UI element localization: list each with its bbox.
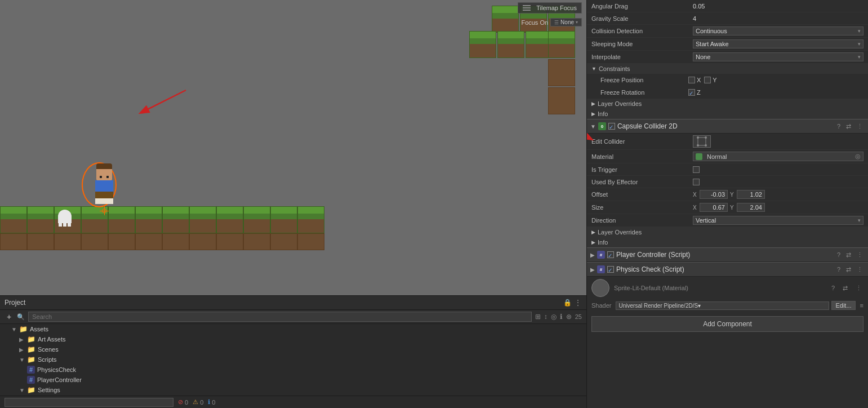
ghost-character — [56, 210, 73, 227]
shader-list-icon[interactable]: ≡ — [860, 302, 863, 309]
freeze-z-item: ✓ Z — [688, 89, 701, 96]
player-controller-header: ▶ # ✓ Player Controller (Script) ? ⇄ ⋮ — [587, 247, 868, 262]
svg-rect-4 — [698, 138, 706, 145]
offset-x-input[interactable] — [700, 190, 728, 199]
freeze-y-item: Y — [704, 77, 716, 83]
pc-question[interactable]: ? — [835, 251, 842, 259]
freeze-y-label: Y — [713, 77, 716, 83]
size-y-axis: Y — [730, 205, 736, 211]
capsule-more[interactable]: ⋮ — [855, 122, 865, 131]
shader-dropdown[interactable]: Universal Render Pipeline/2D/S▾ — [616, 301, 829, 310]
collision-detection-dropdown[interactable]: Continuous ▾ — [693, 26, 863, 36]
freeze-y-checkbox[interactable] — [704, 77, 711, 83]
material-dropdown[interactable]: Normal ◎ — [693, 152, 863, 161]
scripts-folder[interactable]: ▼ 📁 Scripts — [0, 354, 586, 365]
material-circle-btn[interactable]: ◎ — [855, 153, 861, 160]
capsule-question[interactable]: ? — [835, 122, 842, 130]
sprite-material-row: Sprite-Lit-Default (Material) ? ⇄ ⋮ — [587, 277, 868, 299]
interpolate-value: None — [696, 54, 710, 60]
info-section[interactable]: ▶ Info — [587, 109, 868, 119]
add-button[interactable]: + — [5, 312, 14, 321]
offset-x-group: X — [693, 190, 728, 199]
size-y-group: Y — [730, 203, 765, 212]
add-component-button[interactable]: Add Component — [591, 316, 863, 332]
capsule-buttons: ? ⇄ ⋮ — [835, 122, 865, 131]
physics-check-icon: # — [597, 265, 605, 273]
is-trigger-row: Is Trigger — [587, 163, 868, 176]
is-trigger-checkbox[interactable] — [693, 166, 700, 173]
assets-folder[interactable]: ▼ 📁 Assets — [0, 324, 586, 334]
direction-dropdown[interactable]: Vertical ▾ — [693, 216, 863, 225]
size-y-input[interactable] — [737, 203, 765, 212]
freeze-z-checkbox[interactable]: ✓ — [688, 89, 695, 96]
tilemap-focus-title: Tilemap Focus — [536, 5, 577, 11]
physics-check-script[interactable]: # PhysicsCheck — [0, 365, 586, 375]
warning-status: ⚠ 0 — [193, 398, 203, 406]
expand-icon[interactable]: ⊛ — [566, 313, 572, 321]
shader-edit-button[interactable]: Edit... — [831, 301, 855, 310]
info2-section[interactable]: ▶ Info — [587, 237, 868, 247]
project-search-input[interactable] — [28, 312, 532, 322]
info-status: ℹ 0 — [208, 398, 215, 406]
collision-detection-value: Continuous — [696, 28, 727, 34]
size-x-input[interactable] — [700, 203, 728, 212]
phc-settings[interactable]: ⇄ — [844, 265, 853, 274]
collision-detection-row: Collision Detection Continuous ▾ — [587, 25, 868, 38]
direction-label: Direction — [591, 217, 693, 224]
freeze-x-checkbox[interactable] — [688, 77, 695, 83]
pc-settings[interactable]: ⇄ — [844, 251, 853, 259]
scenes-folder[interactable]: ▶ 📁 Scenes — [0, 344, 586, 354]
info-arrow: ▶ — [591, 111, 595, 117]
capsule-settings[interactable]: ⇄ — [844, 122, 853, 131]
used-by-effector-checkbox[interactable] — [693, 179, 700, 185]
interpolate-dropdown[interactable]: None ▾ — [693, 52, 863, 61]
svg-point-7 — [697, 144, 699, 147]
freeze-position-checkboxes: X Y — [688, 77, 717, 83]
offset-x-axis: X — [693, 192, 698, 198]
material-row: Material Normal ◎ — [587, 150, 868, 163]
interpolate-row: Interpolate None ▾ — [587, 51, 868, 64]
player-controller-script[interactable]: # PlayerController — [0, 375, 586, 385]
more-options-icon[interactable]: ⋮ — [574, 298, 582, 307]
phc-more[interactable]: ⋮ — [855, 265, 865, 274]
offset-row: Offset X Y — [587, 188, 868, 201]
sprite-question[interactable]: ? — [830, 284, 836, 292]
edit-collider-button[interactable] — [693, 135, 711, 148]
physics-check-header: ▶ # ✓ Physics Check (Script) ? ⇄ ⋮ — [587, 262, 868, 277]
material-type-icon — [696, 153, 702, 160]
console-search[interactable] — [5, 398, 173, 407]
info-icon[interactable]: ℹ — [560, 313, 563, 321]
is-trigger-label: Is Trigger — [591, 166, 693, 173]
sleeping-mode-label: Sleeping Mode — [591, 41, 693, 47]
offset-y-input[interactable] — [737, 190, 765, 199]
settings-folder[interactable]: ▼ 📁 Settings — [0, 385, 586, 395]
phc-question[interactable]: ? — [835, 265, 842, 273]
size-x-group: X — [693, 203, 728, 212]
focus-on-value: None — [560, 19, 574, 25]
svg-line-3 — [586, 122, 591, 139]
physics-check-checkbox[interactable]: ✓ — [607, 266, 614, 273]
layer-overrides-section[interactable]: ▶ Layer Overrides — [587, 99, 868, 109]
sleeping-mode-dropdown[interactable]: Start Awake ▾ — [693, 39, 863, 48]
refresh-icon[interactable]: ◎ — [551, 313, 557, 321]
tilemap-focus-bar: Tilemap Focus — [518, 2, 582, 14]
layer-overrides2-section[interactable]: ▶ Layer Overrides — [587, 227, 868, 237]
constraints-label: Constraints — [599, 65, 630, 72]
pc-more[interactable]: ⋮ — [855, 251, 865, 259]
art-assets-folder[interactable]: ▶ 📁 Art Assets — [0, 334, 586, 344]
filter-icon[interactable]: ⊞ — [535, 313, 541, 321]
capsule-icon: 0 — [598, 122, 606, 130]
sprite-settings[interactable]: ⇄ — [841, 284, 849, 292]
capsule-collider-header: ▼ 0 ✓ Capsule Collider 2D ? ⇄ ⋮ — [587, 119, 868, 134]
focus-on-dropdown[interactable]: ☰ None ▾ — [550, 18, 582, 26]
project-header: Project 🔒 ⋮ — [0, 296, 586, 310]
capsule-checkbox[interactable]: ✓ — [608, 123, 615, 130]
sprite-more[interactable]: ⋮ — [854, 284, 863, 292]
constraints-section[interactable]: ▼ Constraints — [587, 64, 868, 74]
scene-viewport: Tilemap Focus Focus On ☰ None ▾ — [0, 0, 586, 295]
offset-label: Offset — [591, 191, 693, 198]
player-controller-checkbox[interactable]: ✓ — [607, 251, 614, 258]
svg-point-5 — [697, 136, 699, 139]
sort-icon[interactable]: ↕ — [544, 313, 547, 321]
edit-collider-row: Edit Collider — [587, 134, 868, 150]
